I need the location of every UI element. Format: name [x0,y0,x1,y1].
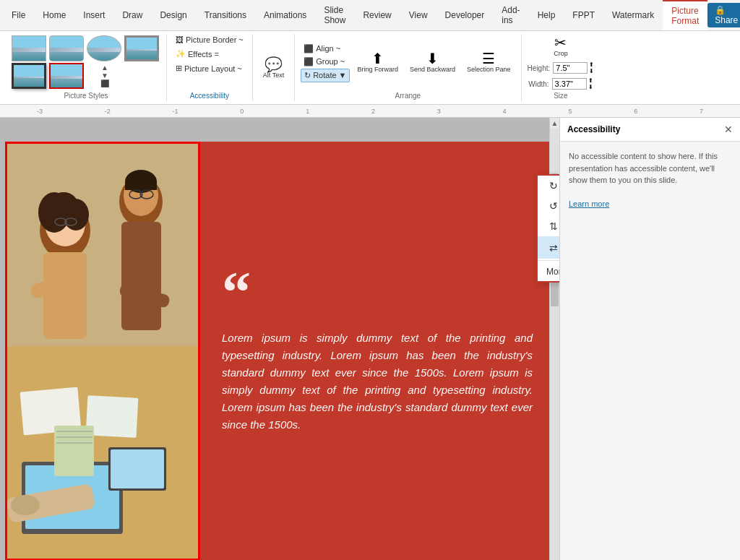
tab-file[interactable]: File [3,6,34,25]
scroll-up-button[interactable]: ▲ [550,118,559,129]
people-svg [7,144,200,561]
slide-photo[interactable] [5,142,200,561]
alt-text-icon: 💬 [264,57,283,72]
picture-styles-items: ▲ ▼ ⬛ [12,34,160,90]
learn-more-link[interactable]: Learn more [569,199,609,208]
picture-layout-button[interactable]: ⊞ Picture Layout ~ [173,62,245,74]
width-input-row: Width: ⬆⬇ [528,77,593,90]
height-input-row: Height: ⬆⬇ [528,61,595,74]
svg-rect-15 [125,181,157,190]
style-scroll-down[interactable]: ▼ [101,72,108,79]
sidebar-header: Accessibility ✕ [560,118,740,142]
tab-transitions[interactable]: Transitions [196,6,255,25]
flip-horizontal-icon: ⇄ [546,242,559,254]
style-thumb-5[interactable] [12,63,46,89]
arrange-col1: ⬛ Align ~ ⬛ Group ~ ↻ Rotate ▼ [301,43,350,82]
style-thumb-6[interactable] [49,63,84,89]
accessibility-sidebar: Accessibility ✕ No accessible content to… [559,118,740,560]
style-scroll-controls: ▲ ▼ ⬛ [87,64,123,87]
svg-point-32 [11,495,40,515]
style-thumb-4[interactable] [124,35,159,61]
tab-watermark[interactable]: Watermark [603,6,663,25]
picture-effects-button[interactable]: ✨ Effects = [173,48,222,60]
size-label: Size [528,90,595,101]
picture-border-button[interactable]: 🖼 Picture Border ~ [173,34,246,46]
tab-developer[interactable]: Developer [436,6,494,25]
svg-point-6 [49,192,78,218]
accessibility-group-label: Accessibility [173,90,246,101]
svg-rect-26 [111,449,164,488]
ribbon: File Home Insert Draw Design Transitions… [0,0,740,105]
style-scroll-up[interactable]: ▲ [101,64,108,72]
share-button[interactable]: 🔒 Share [707,3,740,27]
arrange-col2: ⬆ Bring Forward [353,50,403,74]
selection-pane-icon: ☰ [482,51,495,66]
height-spinner[interactable]: ⬆⬇ [589,61,594,74]
flip-vertical-item[interactable]: ⇅ Flip Vertical [538,216,559,236]
send-backward-button[interactable]: ⬇ Send Backward [405,50,460,74]
layout-icon: ⊞ [176,64,182,73]
group-button[interactable]: ⬛ Group ~ [301,56,350,68]
slide-area[interactable]: “ Lorem ipsum is simply dummy text of th… [0,118,559,560]
tab-fppt[interactable]: FPPT [564,6,603,25]
arrange-col4: ☰ Selection Pane [462,50,515,74]
style-thumb-1[interactable] [12,35,46,61]
send-backward-icon: ⬇ [426,51,439,66]
tab-picture-format[interactable]: Picture Format [663,0,707,30]
style-thumb-3[interactable] [87,35,121,61]
tab-help[interactable]: Help [529,6,564,25]
height-input[interactable] [553,62,588,74]
size-group: ✂ Crop Height: ⬆⬇ Width: ⬆⬇ Size [522,34,601,101]
arrange-label: Arrange [301,90,515,101]
tab-slideshow[interactable]: Slide Show [315,1,354,30]
style-scroll-more[interactable]: ⬛ [100,80,109,87]
arrange-group: ⬛ Align ~ ⬛ Group ~ ↻ Rotate ▼ ⬆ [295,34,521,101]
style-thumb-2[interactable] [49,35,84,61]
slide-content: “ Lorem ipsum is simply dummy text of th… [207,142,554,561]
main-area: “ Lorem ipsum is simply dummy text of th… [0,118,740,560]
rotate-icon: ↻ [304,71,311,80]
picture-adjust-group: 🖼 Picture Border ~ ✨ Effects = ⊞ Picture… [167,34,253,101]
tab-draw[interactable]: Draw [113,6,151,25]
align-icon: ⬛ [304,44,314,53]
tab-insert[interactable]: Insert [74,6,113,25]
rotate-left-icon: ↺ [546,200,559,212]
crop-button[interactable]: ✂ Crop [549,34,572,59]
alt-text-button[interactable]: 💬 Alt Text [259,56,288,80]
bring-forward-button[interactable]: ⬆ Bring Forward [353,50,403,74]
effects-icon: ✨ [176,49,186,59]
sidebar-content: No accessible content to show here. If t… [560,142,740,219]
flip-horizontal-item[interactable]: ⇄ Flip Horizontal ↖ [538,236,559,259]
bring-forward-icon: ⬆ [371,51,384,66]
picture-styles-label: Picture Styles [12,90,160,101]
more-rotation-item[interactable]: More Rotation Options... [538,262,559,281]
rotate-left-item[interactable]: ↺ Rotate Left 90° [538,196,559,216]
quote-text: Lorem ipsum is simply dummy text of the … [222,329,533,434]
tab-review[interactable]: Review [354,6,400,25]
border-icon: 🖼 [176,35,184,44]
picture-adjust-items: 🖼 Picture Border ~ ✨ Effects = ⊞ Picture… [173,34,246,90]
tab-addins[interactable]: Add-ins [493,1,528,30]
selection-pane-button[interactable]: ☰ Selection Pane [462,50,515,74]
sidebar-close-button[interactable]: ✕ [724,124,733,135]
alt-text-items: 💬 Alt Text [259,34,288,101]
rotate-dropdown: ↻ Rotate Right 90° ↺ Rotate Left 90° ⇅ F… [536,174,559,283]
ruler: -3 -2 -1 0 1 2 3 4 5 6 7 [0,105,740,118]
rotate-button[interactable]: ↻ Rotate ▼ [301,69,350,82]
rotate-right-item[interactable]: ↻ Rotate Right 90° [538,176,559,196]
sidebar-title: Accessibility [567,124,620,134]
group-icon: ⬛ [304,57,314,66]
quote-mark: “ [222,269,533,315]
tab-animations[interactable]: Animations [255,6,315,25]
rotate-dropdown-arrow: ▼ [339,71,347,79]
slide[interactable]: “ Lorem ipsum is simply dummy text of th… [5,142,554,561]
align-button[interactable]: ⬛ Align ~ [301,43,350,55]
width-input[interactable] [552,78,587,90]
width-label: Width: [528,80,548,88]
tab-design[interactable]: Design [151,6,195,25]
tab-view[interactable]: View [400,6,436,25]
tab-home[interactable]: Home [34,6,74,25]
accessibility-link[interactable]: Accessibility [190,92,229,100]
width-spinner[interactable]: ⬆⬇ [588,77,593,90]
ribbon-content-area: ▲ ▼ ⬛ Picture Styles 🖼 Picture Border ~ … [0,31,740,104]
